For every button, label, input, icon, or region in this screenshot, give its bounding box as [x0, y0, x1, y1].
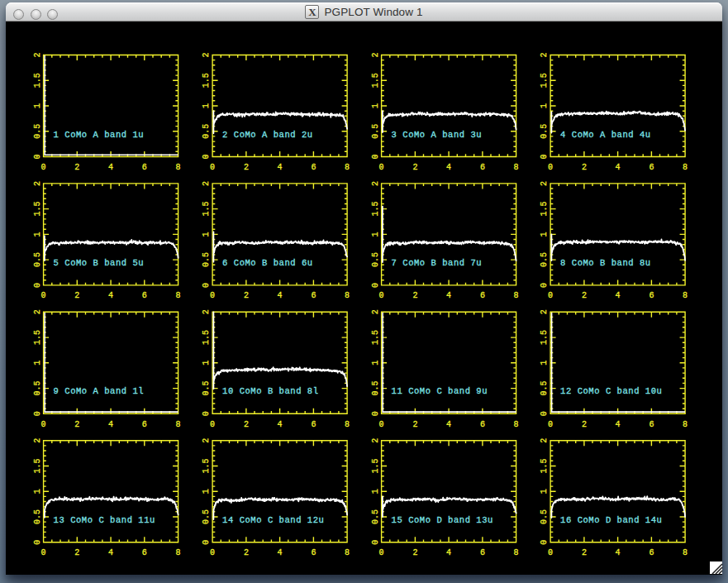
svg-text:2: 2 — [540, 52, 549, 57]
svg-text:1 CoMo A band 1u: 1 CoMo A band 1u — [54, 130, 145, 140]
svg-text:4: 4 — [616, 291, 621, 300]
svg-text:1.5: 1.5 — [371, 73, 380, 88]
svg-text:6: 6 — [311, 291, 316, 300]
svg-text:8: 8 — [345, 291, 350, 300]
svg-text:1: 1 — [371, 489, 380, 494]
svg-text:10 CoMo B band 8l: 10 CoMo B band 8l — [222, 386, 318, 396]
svg-text:1: 1 — [33, 489, 42, 494]
svg-text:6: 6 — [311, 548, 316, 557]
svg-text:4: 4 — [616, 163, 621, 172]
svg-text:0.5: 0.5 — [33, 252, 42, 267]
svg-text:1.5: 1.5 — [540, 330, 549, 345]
svg-text:0: 0 — [540, 283, 549, 288]
svg-text:7 CoMo B band 7u: 7 CoMo B band 7u — [392, 258, 483, 268]
svg-text:0: 0 — [379, 548, 384, 557]
svg-text:9 CoMo A band 1l: 9 CoMo A band 1l — [54, 386, 145, 396]
svg-text:1.5: 1.5 — [33, 330, 42, 345]
svg-text:0.5: 0.5 — [540, 381, 549, 396]
svg-text:2: 2 — [412, 163, 417, 172]
svg-text:0: 0 — [210, 291, 215, 300]
svg-text:2: 2 — [540, 438, 549, 443]
svg-text:6: 6 — [649, 420, 654, 429]
svg-text:1.5: 1.5 — [202, 73, 211, 88]
svg-text:13 CoMo C band 11u: 13 CoMo C band 11u — [54, 515, 155, 525]
svg-text:6: 6 — [311, 420, 316, 429]
svg-text:0.5: 0.5 — [371, 381, 380, 396]
svg-text:8: 8 — [176, 163, 181, 172]
svg-text:2: 2 — [412, 420, 417, 429]
svg-text:2: 2 — [582, 163, 587, 172]
svg-text:8: 8 — [176, 420, 181, 429]
svg-text:8: 8 — [514, 420, 519, 429]
svg-text:0.5: 0.5 — [33, 124, 42, 139]
svg-text:16 CoMo D band 14u: 16 CoMo D band 14u — [560, 515, 662, 525]
svg-text:4: 4 — [278, 548, 283, 557]
svg-text:4: 4 — [108, 291, 113, 300]
svg-text:1.5: 1.5 — [371, 330, 380, 345]
svg-text:1.5: 1.5 — [202, 458, 211, 473]
svg-text:2: 2 — [202, 181, 211, 186]
svg-text:6: 6 — [649, 291, 654, 300]
svg-text:6: 6 — [480, 548, 485, 557]
svg-text:0.5: 0.5 — [371, 252, 380, 267]
svg-text:0.5: 0.5 — [202, 124, 211, 139]
svg-text:6: 6 — [142, 548, 147, 557]
svg-text:0: 0 — [371, 411, 380, 416]
svg-text:2: 2 — [540, 181, 549, 186]
svg-text:1: 1 — [540, 103, 549, 108]
svg-text:0.5: 0.5 — [540, 509, 549, 524]
svg-text:2: 2 — [33, 438, 42, 443]
svg-text:8: 8 — [683, 163, 688, 172]
svg-text:8: 8 — [683, 291, 688, 300]
svg-text:1.5: 1.5 — [33, 73, 42, 88]
svg-text:0.5: 0.5 — [540, 124, 549, 139]
svg-text:2: 2 — [202, 438, 211, 443]
svg-text:1: 1 — [33, 232, 42, 237]
svg-text:2: 2 — [202, 52, 211, 57]
svg-text:2: 2 — [244, 291, 249, 300]
svg-text:0: 0 — [202, 540, 211, 545]
svg-text:6: 6 — [480, 291, 485, 300]
svg-text:4: 4 — [108, 548, 113, 557]
svg-text:1: 1 — [540, 361, 549, 366]
svg-text:0.5: 0.5 — [202, 509, 211, 524]
svg-text:0: 0 — [371, 540, 380, 545]
svg-text:2: 2 — [371, 181, 380, 186]
svg-text:12 CoMo C band 10u: 12 CoMo C band 10u — [560, 386, 662, 396]
svg-text:4 CoMo A band 4u: 4 CoMo A band 4u — [560, 130, 651, 140]
svg-text:0.5: 0.5 — [33, 509, 42, 524]
svg-text:2: 2 — [582, 291, 587, 300]
svg-text:1: 1 — [202, 361, 211, 366]
svg-text:8 CoMo B band 8u: 8 CoMo B band 8u — [560, 258, 651, 268]
svg-text:4: 4 — [278, 291, 283, 300]
svg-text:2: 2 — [371, 438, 380, 443]
svg-text:1.5: 1.5 — [33, 458, 42, 473]
svg-text:2: 2 — [244, 420, 249, 429]
svg-text:4: 4 — [446, 548, 451, 557]
svg-text:1: 1 — [202, 103, 211, 108]
svg-text:8: 8 — [176, 291, 181, 300]
svg-text:0: 0 — [379, 291, 384, 300]
svg-text:2: 2 — [371, 309, 380, 314]
svg-text:0: 0 — [33, 283, 42, 288]
svg-text:8: 8 — [345, 420, 350, 429]
svg-text:4: 4 — [446, 291, 451, 300]
svg-text:4: 4 — [446, 420, 451, 429]
svg-text:2: 2 — [33, 309, 42, 314]
svg-text:0: 0 — [202, 411, 211, 416]
svg-text:1: 1 — [540, 232, 549, 237]
svg-text:2: 2 — [540, 309, 549, 314]
svg-text:8: 8 — [514, 163, 519, 172]
svg-text:6: 6 — [480, 420, 485, 429]
svg-text:1.5: 1.5 — [371, 202, 380, 217]
svg-text:15 CoMo D band 13u: 15 CoMo D band 13u — [392, 515, 493, 525]
svg-text:8: 8 — [176, 548, 181, 557]
svg-text:1: 1 — [33, 361, 42, 366]
svg-text:8: 8 — [345, 163, 350, 172]
svg-text:8: 8 — [514, 291, 519, 300]
svg-text:0: 0 — [548, 420, 553, 429]
svg-text:0: 0 — [33, 540, 42, 545]
svg-text:0: 0 — [33, 411, 42, 416]
svg-text:8: 8 — [514, 548, 519, 557]
svg-text:0.5: 0.5 — [371, 124, 380, 139]
